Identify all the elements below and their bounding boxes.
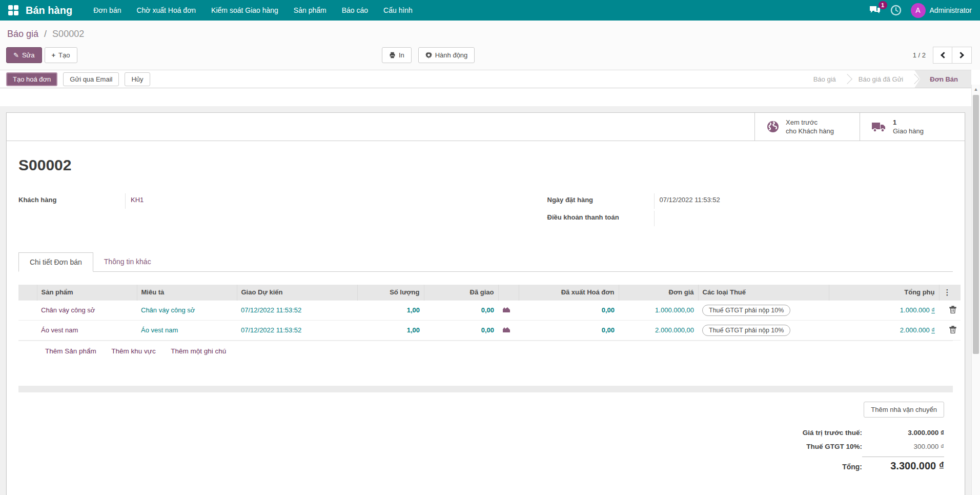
delivery-label: Giao hàng (893, 127, 924, 135)
user-name: Administrator (930, 6, 972, 14)
pager-next-button[interactable] (952, 47, 972, 64)
column-subtotal[interactable]: Tổng phụ (829, 285, 939, 300)
column-expected-delivery[interactable]: Giao Dự kiến (237, 285, 357, 300)
scrollbar-up-arrow[interactable]: ▲ (972, 85, 980, 92)
cell-quantity[interactable]: 1,00 (357, 320, 424, 340)
total-label: Tổng: (842, 463, 862, 471)
cell-product[interactable]: Áo vest nam (37, 320, 137, 340)
delete-line-button[interactable] (949, 326, 956, 335)
cell-invoiced[interactable]: 0,00 (519, 300, 619, 320)
delivery-button[interactable]: 1 Giao hàng (860, 113, 965, 141)
cell-expected-delivery[interactable]: 07/12/2022 11:53:52 (237, 300, 357, 320)
cell-invoiced[interactable]: 0,00 (519, 320, 619, 340)
pager-value: 1 / 2 (913, 51, 926, 59)
add-section-link[interactable]: Thêm khu vực (111, 347, 155, 355)
forecast-column-header (498, 285, 519, 300)
order-line-row[interactable]: Áo vest nam Áo vest nam 07/12/2022 11:53… (18, 320, 961, 340)
forecast-chart-icon[interactable] (502, 306, 511, 314)
trash-icon (949, 306, 956, 313)
nav-item-orders[interactable]: Đơn bán (86, 0, 129, 21)
untaxed-value: 3.000.000 ₫ (862, 429, 944, 437)
nav-item-products[interactable]: Sản phẩm (286, 0, 334, 21)
column-invoiced[interactable]: Đã xuất Hoá đơn (519, 285, 619, 300)
order-title: S00002 (18, 156, 965, 174)
cell-subtotal: 2.000.000 ₫ (829, 320, 939, 340)
order-date-value[interactable]: 07/12/2022 11:53:52 (654, 193, 953, 209)
row-handle[interactable] (18, 300, 37, 320)
truck-icon (871, 121, 887, 133)
statusbar: Tạo hoá đơn Gửi qua Email Hủy Báo giá Bá… (0, 70, 971, 88)
totals-section: Thêm nhà vận chuyển Giá trị trước thuế: … (7, 402, 944, 475)
stage-pipeline: Báo giá Báo giá đã Gửi Đơn Bán (802, 70, 971, 88)
untaxed-amount-row: Giá trị trước thuế: 3.000.000 ₫ (729, 426, 944, 440)
breadcrumb-parent[interactable]: Báo giá (7, 29, 38, 39)
tax-pill[interactable]: Thuế GTGT phải nộp 10% (702, 325, 790, 336)
pager-previous-button[interactable] (933, 47, 952, 64)
apps-menu-icon[interactable] (8, 5, 18, 15)
customer-label: Khách hàng (18, 193, 125, 204)
edit-button[interactable]: ✎Sửa (6, 47, 42, 63)
nav-item-delivery-control[interactable]: Kiểm soát Giao hàng (203, 0, 286, 21)
gear-icon (425, 52, 432, 58)
customer-preview-button[interactable]: Xem trước cho Khách hàng (754, 113, 860, 141)
stage-quotation-sent[interactable]: Báo giá đã Gửi (847, 70, 914, 88)
handle-column-header (18, 285, 37, 300)
cancel-button[interactable]: Hủy (125, 72, 150, 86)
cell-expected-delivery[interactable]: 07/12/2022 11:53:52 (237, 320, 357, 340)
create-invoice-button[interactable]: Tạo hoá đơn (6, 72, 57, 86)
globe-icon (766, 120, 780, 133)
untaxed-label: Giá trị trước thuế: (803, 429, 862, 437)
breadcrumb-separator: / (44, 29, 47, 39)
tax-pill[interactable]: Thuế GTGT phải nộp 10% (702, 305, 790, 316)
column-taxes[interactable]: Các loại Thuế (698, 285, 829, 300)
payment-terms-value[interactable] (654, 211, 953, 226)
scrollbar-thumb[interactable] (973, 95, 979, 354)
cell-description[interactable]: Áo vest nam (137, 320, 237, 340)
delivery-count: 1 (893, 118, 924, 127)
action-button[interactable]: Hành động (418, 47, 475, 63)
tax-value: 300.000 ₫ (862, 443, 944, 450)
table-header-row: Sản phẩm Miêu tả Giao Dự kiến Số lượng Đ… (18, 285, 961, 300)
customer-value[interactable]: KH1 (125, 193, 486, 209)
nav-item-reports[interactable]: Báo cáo (334, 0, 376, 21)
create-button[interactable]: +Tạo (45, 47, 77, 63)
content-area: Xem trước cho Khách hàng 1 Giao hàng S00… (0, 106, 971, 495)
add-product-link[interactable]: Thêm Sản phẩm (45, 347, 96, 355)
column-description[interactable]: Miêu tả (137, 285, 237, 300)
tab-order-lines[interactable]: Chi tiết Đơn bán (18, 252, 93, 272)
send-by-email-button[interactable]: Gửi qua Email (63, 72, 119, 86)
cell-unit-price[interactable]: 2.000.000,00 (619, 320, 698, 340)
optional-columns-icon[interactable]: ⋮ (939, 285, 961, 300)
activities-clock-icon[interactable] (890, 5, 902, 16)
control-panel: Báo giá / S00002 ✎Sửa +Tạo In Hành động (0, 21, 980, 70)
add-note-link[interactable]: Thêm một ghi chú (171, 347, 226, 355)
column-delivered[interactable]: Đã giao (424, 285, 498, 300)
stage-sales-order[interactable]: Đơn Bán (914, 70, 971, 88)
nav-item-settings[interactable]: Cấu hình (376, 0, 420, 21)
tab-other-info[interactable]: Thông tin khác (93, 252, 162, 272)
order-line-row[interactable]: Chân váy công sở Chân váy công sở 07/12/… (18, 300, 961, 320)
cell-product[interactable]: Chân váy công sở (37, 300, 137, 320)
delete-line-button[interactable] (949, 306, 956, 315)
print-button[interactable]: In (382, 47, 412, 63)
user-menu[interactable]: A Administrator (911, 3, 972, 18)
app-title[interactable]: Bán hàng (26, 5, 72, 16)
cell-unit-price[interactable]: 1.000.000,00 (619, 300, 698, 320)
nav-item-to-invoice[interactable]: Chờ xuất Hoá đơn (129, 0, 203, 21)
column-unit-price[interactable]: Đơn giá (619, 285, 698, 300)
cell-quantity[interactable]: 1,00 (357, 300, 424, 320)
forecast-chart-icon[interactable] (502, 326, 511, 334)
vertical-scrollbar[interactable]: ▲ (971, 85, 980, 495)
tax-label: Thuế GTGT 10%: (806, 443, 862, 450)
row-handle[interactable] (18, 320, 37, 340)
cell-description[interactable]: Chân váy công sở (137, 300, 237, 320)
order-date-label: Ngày đặt hàng (547, 193, 654, 204)
messages-icon[interactable]: 1 (869, 5, 881, 15)
trash-icon (949, 326, 956, 333)
column-quantity[interactable]: Số lượng (357, 285, 424, 300)
add-shipping-button[interactable]: Thêm nhà vận chuyển (864, 402, 944, 418)
cell-delivered[interactable]: 0,00 (424, 300, 498, 320)
stage-quotation[interactable]: Báo giá (802, 70, 847, 88)
cell-delivered[interactable]: 0,00 (424, 320, 498, 340)
column-product[interactable]: Sản phẩm (37, 285, 137, 300)
